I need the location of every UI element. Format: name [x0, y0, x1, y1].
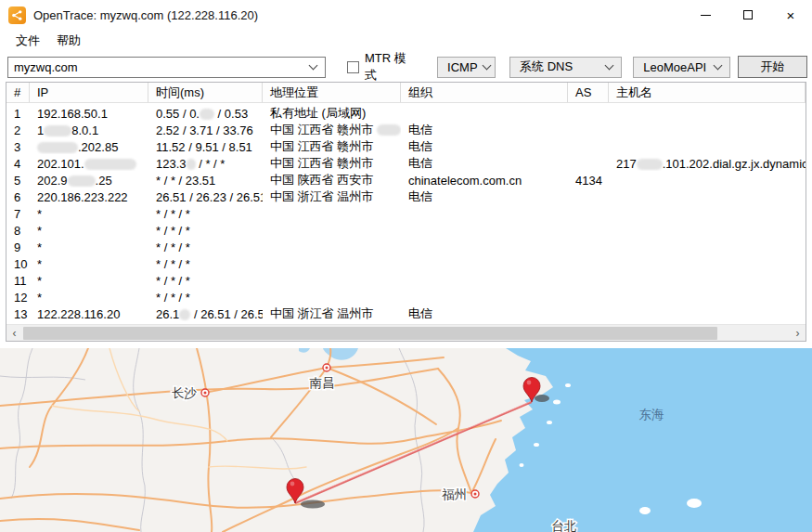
- city-label: 福州: [442, 487, 467, 501]
- cell-time: 26.51 / 26.23 / 26.51: [148, 190, 263, 204]
- cell-hop: 12: [6, 291, 30, 305]
- wenzhou-pin-shadow: [535, 395, 549, 402]
- maximize-icon: [743, 10, 753, 19]
- trace-table: #IP时间(ms)地理位置组织AS主机名 1192.168.50.10.55 /…: [6, 82, 806, 342]
- start-button[interactable]: 开始: [738, 56, 807, 78]
- cell-ip: *: [30, 274, 148, 288]
- cell-org: 电信: [401, 305, 568, 322]
- city-dot-center: [474, 493, 477, 496]
- dns-select[interactable]: 系统 DNS: [509, 57, 622, 78]
- minimize-icon: [701, 15, 711, 16]
- sea-area: [473, 348, 812, 532]
- header-cell-org[interactable]: 组织: [401, 83, 568, 102]
- cell-ip: 202.101.: [30, 157, 148, 171]
- redacted-text: [187, 159, 196, 170]
- cell-hop: 6: [6, 190, 30, 204]
- scroll-right-button[interactable]: ›: [790, 325, 806, 342]
- chevron-down-icon: [309, 61, 318, 71]
- ganzhou-pin-highlight: [290, 482, 295, 487]
- cell-geo: 中国 浙江省 温州市: [263, 305, 401, 322]
- cell-host: 217.101.202.dial.gz.jx.dynamic.16: [609, 157, 806, 171]
- cell-ip: *: [30, 291, 148, 305]
- table-row-hop-3[interactable]: 3.202.8511.52 / 9.51 / 8.51中国 江西省 赣州市电信: [6, 138, 806, 155]
- host-combobox[interactable]: [7, 57, 326, 78]
- close-icon: ×: [787, 8, 795, 22]
- cell-ip: 122.228.116.20: [30, 307, 148, 321]
- table-row-hop-7[interactable]: 7** / * / *: [6, 205, 806, 222]
- city-label: 台北: [552, 519, 577, 532]
- cell-geo: 中国 江西省 赣州市: [263, 138, 401, 155]
- table-row-hop-8[interactable]: 8** / * / *: [6, 222, 806, 239]
- cell-ip: *: [30, 257, 148, 271]
- cell-time: 26.1 / 26.51 / 26.53: [148, 307, 263, 321]
- mtr-mode-toggle[interactable]: MTR 模式: [347, 50, 417, 84]
- route-map[interactable]: 长沙南昌福州台北东海: [0, 348, 812, 532]
- header-cell-as[interactable]: AS: [568, 83, 609, 102]
- table-row-hop-6[interactable]: 6220.186.223.22226.51 / 26.23 / 26.51中国 …: [6, 188, 806, 205]
- cell-ip: 202.9.25: [30, 174, 148, 188]
- header-cell-ip[interactable]: IP: [30, 83, 148, 102]
- cell-geo: 中国 陕西省 西安市: [263, 172, 401, 188]
- horizontal-scrollbar[interactable]: ‹ ›: [6, 324, 806, 341]
- province-borders: [0, 348, 424, 532]
- cell-time: 11.52 / 9.51 / 8.51: [148, 140, 263, 154]
- protocol-select[interactable]: ICMP: [437, 57, 496, 78]
- api-select[interactable]: LeoMoeAPI: [633, 57, 730, 78]
- maximize-button[interactable]: [727, 0, 769, 30]
- cell-ip: 220.186.223.222: [30, 190, 148, 204]
- sea-label: 东海: [639, 408, 664, 422]
- cell-ip: 18.0.1: [30, 123, 148, 137]
- wenzhou-pin-highlight: [527, 381, 532, 385]
- table-row-hop-1[interactable]: 1192.168.50.10.55 / 0. / 0.53私有地址 (局域网): [6, 105, 806, 122]
- map-canvas[interactable]: 长沙南昌福州台北东海: [0, 348, 812, 532]
- cell-org: 电信: [401, 155, 568, 172]
- cell-geo: 中国 江西省 赣州市: [263, 122, 401, 138]
- chevron-down-icon: [713, 61, 722, 71]
- cell-hop: 13: [6, 307, 30, 321]
- highways: [0, 348, 501, 532]
- table-row-hop-13[interactable]: 13122.228.116.2026.1 / 26.51 / 26.53中国 浙…: [6, 305, 806, 322]
- cell-time: 123.3 / * / *: [148, 157, 263, 171]
- header-cell-time[interactable]: 时间(ms): [148, 83, 263, 102]
- minimize-button[interactable]: [684, 0, 727, 30]
- mtr-checkbox-label: MTR 模式: [365, 50, 417, 84]
- cell-hop: 5: [6, 174, 30, 188]
- cell-ip: .202.85: [30, 140, 148, 154]
- table-row-hop-10[interactable]: 10** / * / *: [6, 255, 806, 272]
- table-row-hop-2[interactable]: 218.0.12.52 / 3.71 / 33.76中国 江西省 赣州市 电信: [6, 122, 806, 138]
- header-cell-host[interactable]: 主机名: [609, 83, 806, 102]
- scroll-left-button[interactable]: ‹: [6, 325, 22, 342]
- table-row-hop-12[interactable]: 12** / * / *: [6, 289, 806, 305]
- table-row-hop-5[interactable]: 5202.9.25* / * / 23.51中国 陕西省 西安市chinatel…: [6, 172, 806, 188]
- table-rows: 1192.168.50.10.55 / 0. / 0.53私有地址 (局域网)2…: [6, 103, 806, 322]
- host-input[interactable]: [8, 58, 304, 77]
- cell-geo: 私有地址 (局域网): [263, 105, 401, 122]
- menubar: 文件帮助: [0, 30, 812, 52]
- window-titlebar: OpenTrace: myzwq.com (122.228.116.20) ×: [0, 0, 812, 30]
- protocol-select-value: ICMP: [447, 60, 478, 74]
- header-cell-geo[interactable]: 地理位置: [263, 83, 401, 102]
- cell-hop: 9: [6, 240, 30, 254]
- cell-time: * / * / *: [148, 291, 263, 305]
- scroll-thumb[interactable]: [23, 327, 717, 340]
- cell-time: * / * / *: [148, 240, 263, 254]
- menu-item-help[interactable]: 帮助: [49, 30, 88, 52]
- table-row-hop-11[interactable]: 11** / * / *: [6, 272, 806, 289]
- city-label: 长沙: [172, 386, 198, 400]
- header-cell-hop[interactable]: #: [6, 83, 30, 102]
- table-row-hop-9[interactable]: 9** / * / *: [6, 239, 806, 255]
- redacted-text: [44, 125, 71, 136]
- menu-item-file[interactable]: 文件: [8, 30, 47, 52]
- cell-ip: *: [30, 240, 148, 254]
- table-row-hop-4[interactable]: 4202.101.123.3 / * / *中国 江西省 赣州市电信217.10…: [6, 155, 806, 172]
- toolbar: MTR 模式 ICMP 系统 DNS LeoMoeAPI 开始: [0, 52, 812, 82]
- cell-time: * / * / *: [148, 257, 263, 271]
- cell-hop: 2: [6, 123, 30, 137]
- ganzhou-pin-shadow: [301, 500, 325, 509]
- cell-time: 0.55 / 0. / 0.53: [148, 107, 263, 121]
- close-button[interactable]: ×: [769, 0, 812, 30]
- mtr-checkbox[interactable]: [347, 61, 359, 73]
- cell-ip: *: [30, 224, 148, 238]
- dns-select-value: 系统 DNS: [520, 58, 573, 75]
- redacted-text: [84, 159, 136, 170]
